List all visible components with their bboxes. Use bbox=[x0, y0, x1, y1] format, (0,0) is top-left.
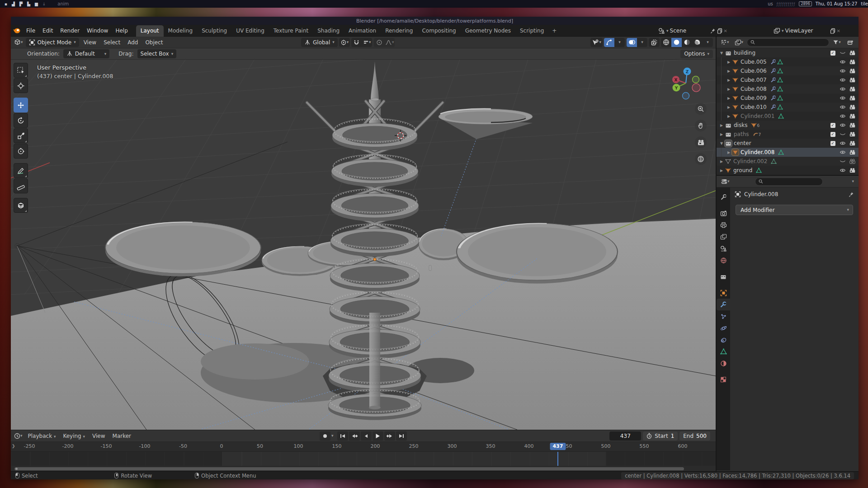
timeline-menu-marker[interactable]: Marker bbox=[109, 431, 135, 441]
hide-viewport-toggle[interactable] bbox=[839, 105, 847, 109]
workspace-tab-uv-editing[interactable]: UV Editing bbox=[231, 25, 269, 37]
timeline-menu-playback[interactable]: Playback ▾ bbox=[24, 431, 60, 441]
remove-view-layer-icon[interactable]: ✕ bbox=[837, 28, 840, 33]
expander-icon[interactable]: ▶ bbox=[726, 87, 732, 91]
hide-viewport-toggle[interactable] bbox=[839, 51, 847, 55]
camera-view-icon[interactable] bbox=[695, 136, 707, 148]
properties-tab-output[interactable] bbox=[717, 219, 730, 231]
expander-icon[interactable]: ▶ bbox=[726, 114, 732, 118]
view-layer-selector[interactable]: ▾ ViewLayer ✕ bbox=[774, 26, 840, 35]
viewport-canvas[interactable]: User Perspective (437) center | Cylinder… bbox=[11, 60, 716, 430]
shading-material-button[interactable] bbox=[682, 38, 692, 47]
tool-rotate-button[interactable] bbox=[14, 113, 28, 128]
disable-render-toggle[interactable] bbox=[848, 168, 856, 173]
breadcrumb-object-name[interactable]: Cylinder.008 bbox=[744, 191, 778, 197]
tool-scale-button[interactable] bbox=[14, 128, 28, 143]
properties-tab-texture[interactable] bbox=[717, 374, 730, 385]
proportional-editing-icon[interactable] bbox=[374, 38, 384, 47]
expander-icon[interactable]: ▶ bbox=[726, 60, 732, 64]
expander-icon[interactable]: ▶ bbox=[718, 160, 725, 164]
add-workspace-button[interactable]: + bbox=[548, 25, 560, 36]
disable-render-toggle[interactable] bbox=[848, 113, 856, 119]
shading-solid-button[interactable] bbox=[671, 38, 682, 47]
timeline-scrollbar[interactable] bbox=[11, 466, 716, 471]
disable-render-toggle[interactable] bbox=[848, 131, 856, 137]
blender-logo-icon[interactable] bbox=[11, 28, 23, 34]
hide-viewport-toggle[interactable] bbox=[839, 60, 847, 64]
jump-to-start-button[interactable] bbox=[337, 432, 348, 441]
properties-tab-scene[interactable] bbox=[717, 243, 730, 254]
pin-icon[interactable] bbox=[710, 28, 716, 34]
workspace-tab-layout[interactable]: Layout bbox=[136, 25, 164, 37]
workspace-tab-rendering[interactable]: Rendering bbox=[381, 25, 417, 37]
properties-search-input[interactable] bbox=[765, 179, 819, 184]
hide-viewport-toggle[interactable] bbox=[839, 132, 847, 136]
disable-render-toggle[interactable] bbox=[848, 50, 856, 56]
outliner-row-cube-006[interactable]: ▶Cube.006 bbox=[717, 66, 859, 75]
collection-checkbox[interactable]: ✓ bbox=[829, 132, 837, 137]
expand-region-arrow[interactable]: ❯ bbox=[12, 444, 15, 448]
menu-render[interactable]: Render bbox=[57, 26, 83, 36]
outliner-row-cube-005[interactable]: ▶Cube.005 bbox=[717, 57, 859, 66]
timeline-menu-view[interactable]: View bbox=[89, 431, 108, 441]
expander-icon[interactable]: ▶ bbox=[726, 96, 732, 100]
tool-transform-button[interactable] bbox=[14, 144, 28, 159]
snap-target-dropdown[interactable]: ▾ bbox=[362, 38, 372, 47]
properties-tab-render[interactable] bbox=[717, 207, 730, 219]
new-collection-button[interactable] bbox=[845, 38, 856, 47]
unlink-scene-icon[interactable]: ✕ bbox=[724, 28, 727, 33]
properties-tab-material[interactable] bbox=[717, 357, 730, 369]
disable-render-toggle[interactable] bbox=[848, 159, 856, 164]
toggle-xray-button[interactable] bbox=[649, 38, 660, 47]
shading-wireframe-button[interactable] bbox=[661, 38, 671, 47]
timeline-menu-keying[interactable]: Keying ▾ bbox=[59, 431, 89, 441]
hide-viewport-toggle[interactable] bbox=[839, 87, 847, 91]
editor-type-outliner-icon[interactable]: ▾ bbox=[719, 38, 731, 47]
workspace-tab-compositing[interactable]: Compositing bbox=[417, 25, 460, 37]
hide-viewport-toggle[interactable] bbox=[839, 168, 847, 173]
show-overlays-toggle[interactable] bbox=[627, 38, 637, 47]
tool-annotate-button[interactable] bbox=[14, 163, 28, 178]
menu-edit[interactable]: Edit bbox=[39, 26, 57, 36]
hide-viewport-toggle[interactable] bbox=[839, 141, 847, 145]
timeline-tracks[interactable] bbox=[11, 452, 716, 466]
menu-help[interactable]: Help bbox=[112, 26, 131, 36]
previous-frame-button[interactable] bbox=[361, 432, 372, 441]
workspace-tab-modeling[interactable]: Modeling bbox=[164, 25, 198, 37]
viewport-menu-select[interactable]: Select bbox=[100, 38, 124, 47]
expander-icon[interactable]: ▶ bbox=[718, 123, 725, 127]
collection-checkbox[interactable]: ✓ bbox=[829, 123, 837, 128]
workspace-indicator-icons[interactable]: ▪▟▛▙▆↓ bbox=[5, 2, 46, 6]
properties-search[interactable] bbox=[755, 178, 823, 186]
properties-tab-physics[interactable] bbox=[717, 322, 730, 334]
editor-type-properties-icon[interactable]: ▾ bbox=[720, 177, 731, 186]
outliner-row-cube-007[interactable]: ▶Cube.007 bbox=[717, 75, 859, 84]
editor-type-timeline-icon[interactable]: ▾ bbox=[13, 432, 24, 441]
options-button[interactable]: Options ▾ bbox=[680, 50, 713, 58]
hide-viewport-toggle[interactable] bbox=[839, 114, 847, 118]
system-tray-icons[interactable]: ƒƒƒƒƒƒƒƒƒƒ bbox=[777, 2, 796, 6]
properties-tab-object[interactable] bbox=[717, 287, 730, 299]
jump-to-end-button[interactable] bbox=[396, 432, 407, 441]
outliner-row-cylinder-002[interactable]: ▶Cylinder.002 bbox=[717, 157, 859, 166]
expander-icon[interactable]: ▶ bbox=[718, 169, 725, 173]
outliner-row-disks[interactable]: ▶disks6✓ bbox=[717, 121, 859, 130]
end-frame-field[interactable]: End500 bbox=[679, 432, 710, 441]
disable-render-toggle[interactable] bbox=[848, 86, 856, 92]
properties-tab-constraints[interactable] bbox=[717, 334, 730, 346]
editor-type-3d-viewport-icon[interactable]: ▾ bbox=[13, 38, 24, 47]
hide-viewport-toggle[interactable] bbox=[839, 123, 847, 127]
properties-tab-particles[interactable] bbox=[717, 310, 730, 322]
next-keyframe-button[interactable] bbox=[384, 432, 395, 441]
properties-tab-world[interactable] bbox=[717, 254, 730, 266]
collection-checkbox[interactable]: ✓ bbox=[829, 141, 837, 146]
hide-viewport-toggle[interactable] bbox=[839, 160, 847, 163]
object-type-visibility-dropdown[interactable]: ▾ bbox=[590, 38, 603, 47]
drag-mode-dropdown[interactable]: Select Box ▾ bbox=[137, 49, 177, 58]
expander-icon[interactable]: ▶ bbox=[726, 69, 732, 73]
add-modifier-button[interactable]: Add Modifier ▾ bbox=[736, 205, 853, 215]
properties-tab-data[interactable] bbox=[717, 346, 730, 357]
outliner-row-paths[interactable]: ▶paths7✓ bbox=[717, 130, 859, 139]
shading-rendered-button[interactable] bbox=[692, 38, 703, 47]
expander-icon[interactable]: ▶ bbox=[718, 132, 725, 136]
